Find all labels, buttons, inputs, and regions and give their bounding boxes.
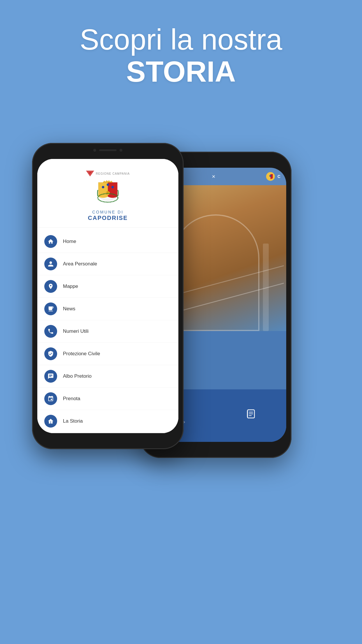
back-phone-label: C [277,174,280,179]
mappe-icon [44,280,57,293]
comune-line1: COMUNE DI [43,210,173,215]
area-personale-label: Area Personale [63,261,97,267]
speaker [99,149,117,151]
mappe-label: Mappe [63,284,78,289]
small-coat-icon [266,172,275,181]
phone-notch [87,147,128,153]
numeri-utili-label: Numeri Utili [63,328,89,334]
prenota-label: Prenota [63,396,80,402]
news-label: News [63,306,75,312]
protezione-civile-icon [44,347,57,360]
close-button[interactable]: × [208,171,219,182]
albo-nav-icon [246,409,256,421]
header-section: Scopri la nostra STORIA [0,18,362,93]
menu-item-prenota[interactable]: Prenota [37,388,178,410]
menu-item-protezione-civile[interactable]: Protezione Civile [37,343,178,365]
hero-line3: STORIA [6,55,356,88]
menu-list: HomeArea PersonaleMappeNewsNumeri UtiliP… [37,228,178,433]
app-header: REGIONE CAMPANIA [37,159,178,228]
la-storia-label: La Storia [63,418,83,424]
regione-badge: REGIONE CAMPANIA [43,171,173,176]
app-screen: REGIONE CAMPANIA [37,159,178,433]
hero-line2: nostra [201,23,282,56]
svg-point-9 [111,186,114,188]
menu-item-news[interactable]: News [37,298,178,320]
back-nav-albo[interactable] [216,389,286,442]
hero-title: Scopri la nostra STORIA [6,23,356,88]
comune-line2: CAPODRISE [43,215,173,221]
albo-pretorio-icon [44,370,57,383]
coat-of-arms [95,180,121,206]
front-phone-shell: REGIONE CAMPANIA [32,143,184,449]
svg-point-7 [102,186,104,188]
home-label: Home [63,239,76,244]
albo-pretorio-label: Albo Pretorio [63,373,92,379]
front-camera [93,149,96,152]
menu-item-albo-pretorio[interactable]: Albo Pretorio [37,365,178,388]
menu-item-mappe[interactable]: Mappe [37,275,178,298]
phone-mockup-container: × C [32,143,195,633]
news-icon [44,302,57,315]
prenota-icon [44,392,57,405]
regione-label: REGIONE CAMPANIA [96,172,130,175]
sensor [120,149,122,152]
front-phone-screen: REGIONE CAMPANIA [37,159,178,433]
menu-item-numeri-utili[interactable]: Numeri Utili [37,320,178,343]
svg-point-8 [107,183,109,186]
svg-point-1 [269,175,272,177]
arch-decoration [172,214,259,331]
protezione-civile-label: Protezione Civile [63,351,100,357]
comune-title: COMUNE DI CAPODRISE [43,210,173,221]
home-icon [44,235,57,248]
menu-item-home[interactable]: Home [37,230,178,253]
regione-flag-icon [86,171,94,176]
menu-item-la-storia[interactable]: La Storia [37,410,178,433]
hero-line1: Scopri la [80,23,193,56]
numeri-utili-icon [44,325,57,338]
area-personale-icon [44,258,57,270]
la-storia-icon [44,415,57,428]
menu-item-area-personale[interactable]: Area Personale [37,253,178,275]
